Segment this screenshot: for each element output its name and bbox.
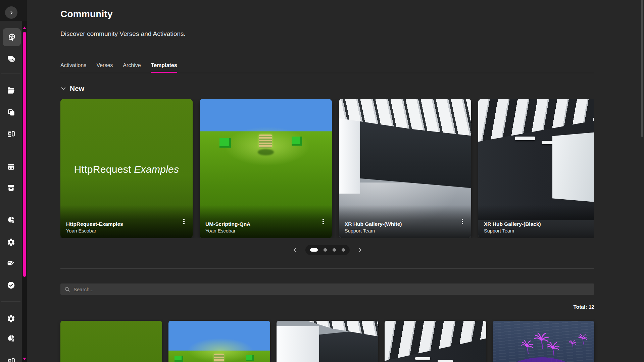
card-thumbnail [493,321,594,362]
sidebar-item-collections[interactable] [0,54,22,63]
card-thumbnail [60,321,162,362]
card-meta: HttpRequest-Examples Yoan Escobar [60,205,193,238]
sidebar-divider [1,301,20,302]
section-title: New [70,85,84,93]
sidebar-divider [1,73,20,73]
pager-prev-button[interactable] [292,247,299,253]
tab-archive[interactable]: Archive [123,58,141,73]
search-input[interactable] [73,287,590,292]
total-count-label: Total: 12 [573,304,594,310]
media-panel-icon [7,357,15,362]
card-title: HttpRequest-Examples [66,220,187,227]
window-scrollbar [641,0,643,362]
sidebar-scrollbar [22,21,27,362]
card-meta: UM-Scripting-QnA Yoan Escobar [200,205,332,238]
sidebar-item-media[interactable] [0,130,22,139]
thumbnail-text: HttpRequest Examples [60,164,193,175]
card-meta: XR Hub Gallery-(White) Support Team [339,205,471,238]
template-card[interactable]: XR Hub Gallery-(Black) Support Team [478,99,594,238]
card-title: XR Hub Gallery-(Black) [484,220,594,227]
card-author: Support Team [484,227,594,234]
pager-dot-3[interactable] [333,248,336,252]
folder-open-icon [7,86,15,95]
tab-templates[interactable]: Templates [151,58,177,73]
sidebar-divider [1,151,20,151]
sidebar-expand-button[interactable] [5,6,17,19]
template-card[interactable]: UM-Scripting-QnA Yoan Escobar [200,99,332,238]
page-subtitle: Discover community Verses and Activation… [60,30,186,38]
sidebar-divider [1,204,20,204]
window-scrollbar-thumb[interactable] [641,0,643,137]
card-meta: XR Hub Gallery-(Black) Support Team [478,205,594,238]
card-edit-icon [7,259,15,268]
template-card[interactable]: HttpRequest Examples HttpRequest-Example… [60,99,193,238]
sidebar-item-archive[interactable] [0,184,22,192]
template-card[interactable] [168,321,270,362]
pie-chart-stats-icon [7,215,15,224]
palm-tree-icon [569,340,577,349]
page-title: Community [60,9,113,19]
globe-search-icon [7,33,16,42]
tab-activations[interactable]: Activations [60,58,86,73]
archive-box-icon [7,184,15,192]
section-divider [60,268,594,269]
card-title: XR Hub Gallery-(White) [345,220,465,227]
search-icon [64,287,70,292]
carousel-pager [60,244,594,256]
gear-icon [7,314,15,323]
pager-dot-2[interactable] [324,248,327,252]
kebab-menu-icon[interactable] [181,217,187,225]
card-thumbnail [168,321,270,362]
main-area: Community Discover community Verses and … [27,0,644,362]
sidebar-item-licenses[interactable] [0,259,22,268]
chevron-left-icon [292,247,298,253]
template-card[interactable] [385,321,486,362]
scroll-down-arrow[interactable] [23,358,26,360]
pager-dot-4[interactable] [342,248,345,252]
chevron-down-icon [60,86,66,92]
sidebar-item-assets[interactable] [0,108,22,117]
sidebar-item-usage[interactable] [0,334,22,343]
scrollbar-thumb[interactable] [23,32,26,277]
gear-icon [7,238,15,247]
kebab-menu-icon[interactable] [459,217,466,225]
check-circle-icon [7,281,15,290]
pie-chart-stats-icon [7,334,15,343]
sidebar-item-preferences[interactable] [0,314,22,323]
palm-tree-icon [578,334,588,345]
sidebar [0,0,27,362]
tab-bar: Activations Verses Archive Templates [60,58,594,73]
new-templates-carousel: HttpRequest Examples HttpRequest-Example… [60,99,594,238]
card-thumbnail [385,321,486,362]
card-author: Yoan Escobar [66,227,187,234]
palm-tree-icon [547,342,561,357]
pager-dot-1[interactable] [310,248,318,252]
calendar-grid-icon [7,162,15,171]
tab-verses[interactable]: Verses [96,58,113,73]
sidebar-item-files[interactable] [0,86,22,95]
template-card[interactable]: XR Hub Gallery-(White) Support Team [339,99,471,238]
card-author: Yoan Escobar [205,227,326,234]
template-card[interactable] [277,321,378,362]
sidebar-item-community[interactable] [3,28,21,46]
card-title: UM-Scripting-QnA [205,220,326,227]
sidebar-item-settings[interactable] [0,238,22,247]
template-card[interactable] [60,321,162,362]
card-thumbnail [277,321,378,362]
pager-dots [305,245,350,255]
sidebar-item-gallery[interactable] [0,357,22,362]
pager-next-button[interactable] [356,247,363,253]
kebab-menu-icon[interactable] [320,217,327,225]
sidebar-item-approvals[interactable] [0,281,22,290]
palm-tree-icon [521,340,535,355]
card-author: Support Team [345,227,465,234]
new-section-header[interactable]: New [60,85,84,93]
sidebar-item-events[interactable] [0,162,22,171]
sidebar-item-analytics[interactable] [0,215,22,224]
search-bar [60,283,594,295]
media-panel-icon [7,130,15,139]
copy-pages-icon [7,108,15,117]
scroll-up-arrow[interactable] [23,27,26,29]
chevron-right-icon [8,9,15,16]
template-card[interactable] [493,321,594,362]
